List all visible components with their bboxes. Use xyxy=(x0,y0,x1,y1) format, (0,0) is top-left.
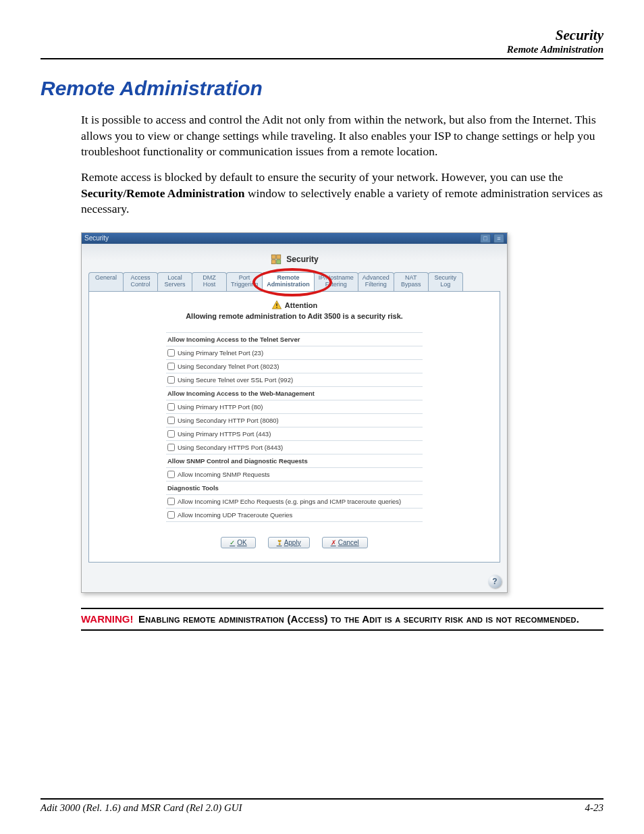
tab-label-line2: Control xyxy=(128,282,153,288)
option-label: Using Primary HTTP Port (80) xyxy=(178,403,263,411)
option-label: Allow Incoming SNMP Requests xyxy=(178,471,270,478)
attention-label: Attention xyxy=(285,301,317,309)
options-check-row: Using Primary Telnet Port (23) xyxy=(166,346,423,360)
warning-label: WARNING! xyxy=(81,613,134,625)
options-check-row: Using Primary HTTP Port (80) xyxy=(166,400,423,414)
option-label: Using Secondary Telnet Port (8023) xyxy=(178,363,279,370)
option-checkbox[interactable] xyxy=(167,511,175,519)
option-label: Using Primary Telnet Port (23) xyxy=(178,349,263,357)
svg-rect-3 xyxy=(277,260,281,264)
ok-button-label: OK xyxy=(237,539,246,546)
svg-rect-0 xyxy=(272,255,276,259)
option-checkbox[interactable] xyxy=(167,444,175,451)
option-header-label: Allow Incoming Access to the Web-Managem… xyxy=(167,390,315,397)
help-icon[interactable]: ? xyxy=(488,575,502,588)
apply-icon: ❣ xyxy=(277,539,282,546)
options-check-row: Using Secondary HTTP Port (8080) xyxy=(166,414,423,427)
option-label: Using Secondary HTTPS Port (8443) xyxy=(178,444,283,451)
intro-paragraph-1: It is possible to access and control the… xyxy=(81,112,603,160)
options-check-row: Allow Incoming UDP Traceroute Queries xyxy=(166,509,423,522)
warning-box: WARNING! Enabling remote administration … xyxy=(81,608,603,631)
tab-label-line2: Filtering xyxy=(363,282,390,288)
tab-nat[interactable]: NATBypass xyxy=(394,272,429,291)
header-rule xyxy=(41,58,603,59)
option-checkbox[interactable] xyxy=(167,403,175,411)
options-check-row: Using Primary HTTPS Port (443) xyxy=(166,427,423,441)
tab-label-line2: Administration xyxy=(267,282,310,288)
tab-general[interactable]: General xyxy=(88,272,124,291)
option-header-label: Allow SNMP Control and Diagnostic Reques… xyxy=(167,457,308,465)
option-header-label: Diagnostic Tools xyxy=(167,484,219,492)
chapter-title: Security xyxy=(41,27,603,44)
tab-security[interactable]: SecurityLog xyxy=(428,272,463,291)
option-checkbox[interactable] xyxy=(167,417,175,424)
footer-right: 4-23 xyxy=(585,802,604,814)
tab-panel: Attention Allowing remote administration… xyxy=(88,291,500,563)
breadcrumb: Remote Administration xyxy=(41,44,603,55)
option-header-label: Allow Incoming Access to the Telnet Serv… xyxy=(167,336,300,343)
option-label: Using Primary HTTPS Port (443) xyxy=(178,430,271,438)
options-grid: Allow Incoming Access to the Telnet Serv… xyxy=(166,332,423,522)
ok-button[interactable]: ✓OK xyxy=(221,537,255,548)
cancel-button-label: Cancel xyxy=(338,539,359,546)
option-checkbox[interactable] xyxy=(167,363,175,370)
footer-left: Adit 3000 (Rel. 1.6) and MSR Card (Rel 2… xyxy=(41,802,242,814)
options-header-row: Diagnostic Tools xyxy=(166,481,423,495)
warning-text: Enabling remote administration (Access) … xyxy=(138,613,579,625)
tab-ip-hostname[interactable]: IP/HostnameFiltering xyxy=(314,272,358,291)
option-label: Using Secondary HTTP Port (8080) xyxy=(178,417,279,424)
svg-rect-2 xyxy=(272,260,276,264)
tab-advanced[interactable]: AdvancedFiltering xyxy=(358,272,394,291)
titlebar-icon-1[interactable]: □ xyxy=(480,234,491,243)
option-label: Allow Incoming ICMP Echo Requests (e.g. … xyxy=(178,498,401,505)
intro-p2-a: Remote access is blocked by default to e… xyxy=(81,170,563,184)
security-icon xyxy=(270,253,282,265)
screenshot-window: Security □ ≡ Security GeneralAccessContr… xyxy=(81,232,508,593)
tab-label-line1: General xyxy=(93,275,119,282)
tab-label-line2: Filtering xyxy=(319,282,354,288)
intro-p2-bold: Security/Remote Administration xyxy=(81,186,245,200)
options-header-row: Allow Incoming Access to the Web-Managem… xyxy=(166,387,423,400)
svg-rect-1 xyxy=(277,255,281,259)
window-title: Security xyxy=(84,234,109,242)
warning-triangle-icon xyxy=(271,300,282,311)
options-header-row: Allow Incoming Access to the Telnet Serv… xyxy=(166,333,423,346)
options-check-row: Using Secondary HTTPS Port (8443) xyxy=(166,441,423,454)
svg-rect-4 xyxy=(276,303,277,306)
footer-rule xyxy=(41,798,603,800)
options-check-row: Using Secondary Telnet Port (8023) xyxy=(166,360,423,373)
options-header-row: Allow SNMP Control and Diagnostic Reques… xyxy=(166,454,423,468)
tab-strip: GeneralAccessControlLocalServersDMZHostP… xyxy=(88,272,500,291)
tab-remote[interactable]: RemoteAdministration xyxy=(262,272,315,291)
section-heading: Security xyxy=(286,255,318,264)
option-label: Using Secure Telnet over SSL Port (992) xyxy=(178,376,293,384)
apply-button[interactable]: ❣Apply xyxy=(268,537,310,548)
cancel-icon: ✗ xyxy=(331,539,336,546)
options-check-row: Using Secure Telnet over SSL Port (992) xyxy=(166,373,423,387)
tab-label-line2: Bypass xyxy=(398,282,424,288)
svg-rect-5 xyxy=(276,307,277,307)
cancel-button[interactable]: ✗Cancel xyxy=(322,537,368,548)
check-icon: ✓ xyxy=(230,539,235,546)
tab-label-line2: Triggering xyxy=(231,282,258,288)
options-check-row: Allow Incoming ICMP Echo Requests (e.g. … xyxy=(166,495,423,509)
apply-button-label: Apply xyxy=(284,539,301,546)
titlebar-icon-2[interactable]: ≡ xyxy=(493,234,504,243)
option-label: Allow Incoming UDP Traceroute Queries xyxy=(178,511,292,519)
option-checkbox[interactable] xyxy=(167,376,175,384)
tab-port[interactable]: PortTriggering xyxy=(226,272,263,291)
option-checkbox[interactable] xyxy=(167,349,175,357)
tab-dmz[interactable]: DMZHost xyxy=(192,272,227,291)
tab-local[interactable]: LocalServers xyxy=(157,272,192,291)
tab-label-line2: Host xyxy=(196,282,222,288)
option-checkbox[interactable] xyxy=(167,498,175,505)
tab-label-line2: Log xyxy=(433,282,458,288)
intro-paragraph-2: Remote access is blocked by default to e… xyxy=(81,170,603,217)
tab-access[interactable]: AccessControl xyxy=(123,272,158,291)
option-checkbox[interactable] xyxy=(167,471,175,478)
option-checkbox[interactable] xyxy=(167,430,175,438)
attention-message: Allowing remote administration to Adit 3… xyxy=(186,312,403,320)
tab-label-line2: Servers xyxy=(162,282,188,288)
options-check-row: Allow Incoming SNMP Requests xyxy=(166,468,423,481)
page-title: Remote Administration xyxy=(41,77,603,100)
